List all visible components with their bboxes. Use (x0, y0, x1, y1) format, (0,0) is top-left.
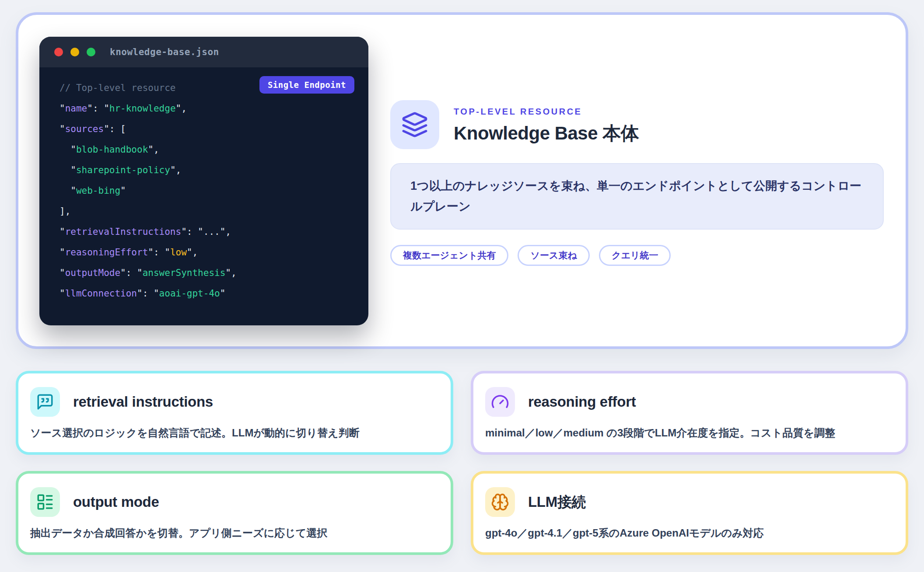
card-header: output mode (30, 487, 433, 517)
window-titlebar: knowledge-base.json (39, 37, 368, 67)
page-title: Knowledge Base 本体 (454, 121, 639, 146)
code-area: Single Endpoint // Top-level resource"na… (39, 67, 368, 304)
page: knowledge-base.json Single Endpoint // T… (0, 0, 924, 555)
code-line: "web-bing" (60, 181, 355, 201)
code-line: "outputMode": "answerSynthesis", (60, 263, 355, 283)
feature-card: output mode抽出データか合成回答かを切替。アプリ側ニーズに応じて選択 (16, 471, 453, 555)
tag-list: 複数エージェント共有ソース束ねクエリ統一 (390, 245, 884, 266)
card-description: 抽出データか合成回答かを切替。アプリ側ニーズに応じて選択 (30, 526, 433, 540)
single-endpoint-badge: Single Endpoint (259, 76, 354, 94)
card-header: LLM接続 (485, 487, 888, 517)
card-description: ソース選択のロジックを自然言語で記述。LLMが動的に切り替え判断 (30, 426, 433, 440)
code-editor-window: knowledge-base.json Single Endpoint // T… (39, 37, 368, 325)
brain-icon (485, 487, 515, 517)
code-line: "sources": [ (60, 119, 355, 140)
description-box: 1つ以上のナレッジソースを束ね、単一のエンドポイントとして公開するコントロールプ… (390, 163, 884, 230)
hero-titles: TOP-LEVEL RESOURCE Knowledge Base 本体 (454, 100, 639, 146)
card-description: minimal／low／medium の3段階でLLM介在度を指定。コスト品質を… (485, 426, 888, 440)
code-line: "reasoningEffort": "low", (60, 242, 355, 263)
card-title: retrieval instructions (73, 394, 213, 410)
card-header: retrieval instructions (30, 387, 433, 417)
code-line: "retrievalInstructions": "...", (60, 222, 355, 242)
gauge-icon (485, 387, 515, 417)
feature-card: retrieval instructionsソース選択のロジックを自然言語で記述… (16, 371, 453, 455)
eyebrow-label: TOP-LEVEL RESOURCE (454, 107, 639, 117)
close-window-button[interactable] (54, 48, 63, 56)
tag-pill: 複数エージェント共有 (390, 245, 508, 266)
maximize-window-button[interactable] (87, 48, 95, 56)
code-line: ], (60, 201, 355, 222)
code-line: "blob-handbook", (60, 140, 355, 160)
code-line: "name": "hr-knowledge", (60, 98, 355, 119)
message-square-quote-icon (30, 387, 60, 417)
card-header: reasoning effort (485, 387, 888, 417)
tag-pill: ソース束ね (518, 245, 589, 266)
minimize-window-button[interactable] (70, 48, 79, 56)
layout-list-icon (30, 487, 60, 517)
card-title: output mode (73, 494, 159, 510)
hero-right-column: TOP-LEVEL RESOURCE Knowledge Base 本体 1つ以… (368, 37, 884, 346)
feature-card: reasoning effortminimal／low／medium の3段階で… (471, 371, 908, 455)
code-line: "llmConnection": "aoai-gpt-4o" (60, 283, 355, 304)
layers-icon (390, 100, 439, 149)
knowledge-base-panel: knowledge-base.json Single Endpoint // T… (16, 12, 908, 349)
tag-pill: クエリ統一 (599, 245, 671, 266)
card-description: gpt-4o／gpt-4.1／gpt-5系のAzure OpenAIモデルのみ対… (485, 526, 888, 540)
hero-header: TOP-LEVEL RESOURCE Knowledge Base 本体 (390, 100, 884, 149)
code-line: "sharepoint-policy", (60, 160, 355, 181)
code-content: // Top-level resource"name": "hr-knowled… (60, 78, 355, 304)
feature-card: LLM接続gpt-4o／gpt-4.1／gpt-5系のAzure OpenAIモ… (471, 471, 908, 555)
card-title: reasoning effort (528, 394, 636, 410)
window-filename: knowledge-base.json (110, 47, 219, 57)
feature-cards: retrieval instructionsソース選択のロジックを自然言語で記述… (16, 371, 908, 555)
card-title: LLM接続 (528, 492, 586, 512)
